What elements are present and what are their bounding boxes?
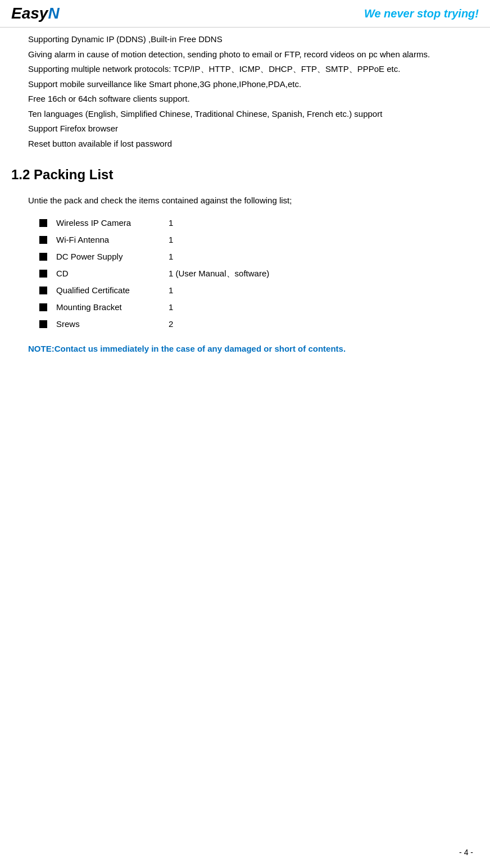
packing-list: Wireless IP Camera 1 Wi-Fi Antenna 1 DC …: [39, 216, 473, 331]
bullet-icon: [39, 219, 47, 227]
item-name: Mounting Bracket: [56, 301, 169, 314]
logo-easy-text: Easy: [11, 4, 48, 22]
bullet-icon: [39, 270, 47, 278]
list-item: Qualified Certificate 1: [39, 284, 473, 297]
logo-n-text: N: [48, 4, 59, 22]
list-item: Wi-Fi Antenna 1: [39, 233, 473, 247]
item-name: DC Power Supply: [56, 250, 169, 263]
section-heading: 1.2 Packing List: [11, 167, 473, 183]
feature-bullets: Supporting Dynamic IP (DDNS) ,Built-in F…: [11, 33, 473, 150]
page-number: - 4 -: [459, 848, 473, 857]
item-name: Srews: [56, 317, 169, 331]
bullet-7: Support Firefox browser: [28, 122, 473, 135]
logo: EasyN: [11, 4, 60, 22]
item-qty: 1: [169, 301, 173, 314]
item-qty: 1 (User Manual、software): [169, 267, 269, 280]
bullet-icon: [39, 253, 47, 261]
item-qty: 1: [169, 233, 173, 247]
bullet-3: Supporting multiple network protocols: T…: [28, 63, 473, 76]
main-content: Supporting Dynamic IP (DDNS) ,Built-in F…: [0, 33, 490, 356]
tagline: We never stop trying!: [364, 7, 479, 20]
list-item: CD 1 (User Manual、software): [39, 267, 473, 280]
list-item: Wireless IP Camera 1: [39, 216, 473, 230]
item-name: CD: [56, 267, 169, 280]
page-header: EasyN We never stop trying!: [0, 0, 490, 28]
bullet-icon: [39, 236, 47, 244]
item-name: Wireless IP Camera: [56, 216, 169, 230]
note-text: NOTE:Contact us immediately in the case …: [28, 342, 456, 356]
bullet-1: Supporting Dynamic IP (DDNS) ,Built-in F…: [28, 33, 473, 46]
bullet-icon: [39, 320, 47, 328]
item-qty: 1: [169, 216, 173, 230]
item-name: Wi-Fi Antenna: [56, 233, 169, 247]
item-name: Qualified Certificate: [56, 284, 169, 297]
bullet-4: Support mobile surveillance like Smart p…: [28, 78, 473, 91]
list-item: Srews 2: [39, 317, 473, 331]
list-item: Mounting Bracket 1: [39, 301, 473, 314]
bullet-6: Ten languages (English, Simplified Chine…: [28, 108, 473, 121]
item-qty: 1: [169, 284, 173, 297]
bullet-icon: [39, 303, 47, 311]
item-qty: 1: [169, 250, 173, 263]
bullet-icon: [39, 287, 47, 294]
bullet-8: Reset button available if lost password: [28, 138, 473, 151]
item-qty: 2: [169, 317, 173, 331]
bullet-2: Giving alarm in cause of motion detectio…: [28, 48, 473, 61]
bullet-5: Free 16ch or 64ch software clients suppo…: [28, 93, 473, 106]
intro-text: Untie the pack and check the items conta…: [28, 194, 473, 207]
list-item: DC Power Supply 1: [39, 250, 473, 263]
